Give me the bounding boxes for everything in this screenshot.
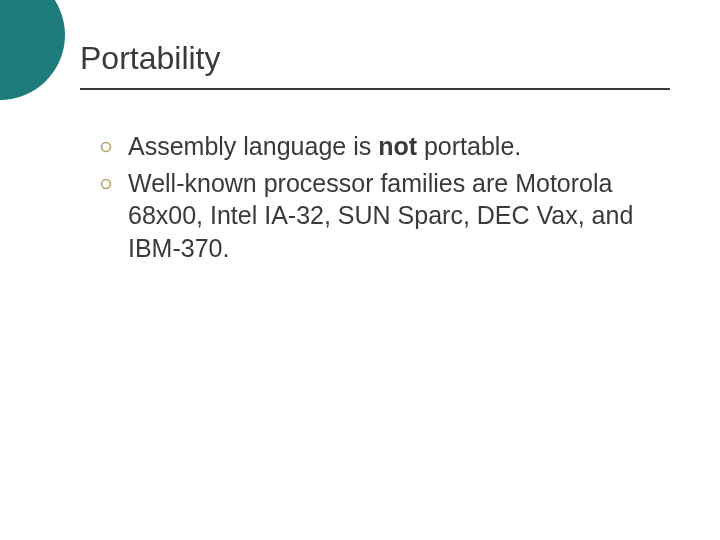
ring-bullet-icon (100, 167, 128, 190)
svg-point-0 (102, 143, 111, 152)
bullet-suffix: portable. (417, 132, 521, 160)
svg-point-1 (102, 179, 111, 188)
bullet-text: Well-known processor families are Motoro… (128, 167, 680, 265)
bullet-text: Assembly language is not portable. (128, 130, 680, 163)
bullet-prefix: Assembly language is (128, 132, 378, 160)
list-item: Assembly language is not portable. (100, 130, 680, 163)
ring-bullet-icon (100, 130, 128, 153)
slide-title: Portability (80, 40, 221, 77)
list-item: Well-known processor families are Motoro… (100, 167, 680, 265)
bullet-bold: not (378, 132, 417, 160)
slide-content: Assembly language is not portable. Well-… (100, 130, 680, 268)
title-underline (80, 88, 670, 90)
decorative-circle (0, 0, 65, 100)
